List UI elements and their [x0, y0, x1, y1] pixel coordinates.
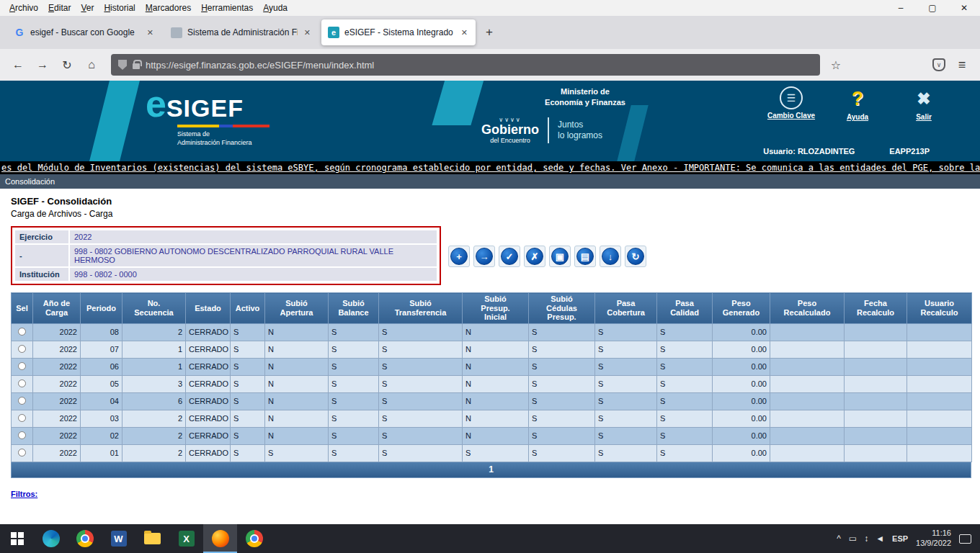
lock-icon[interactable]: [133, 63, 140, 69]
salir-button[interactable]: ✖Salir: [896, 86, 951, 121]
cell: [770, 392, 845, 410]
browser-tab[interactable]: Sistema de Administración Financie✕: [164, 19, 318, 45]
ayuda-button[interactable]: ?Ayuda: [830, 86, 885, 121]
volume-icon[interactable]: ◄: [876, 534, 884, 544]
action-center-icon[interactable]: [959, 534, 971, 544]
row-select-radio[interactable]: [18, 379, 26, 387]
back-button[interactable]: ←: [7, 54, 29, 76]
column-header: Estado: [186, 293, 231, 324]
download-button[interactable]: ↓: [600, 246, 621, 267]
excel-icon: X: [179, 531, 195, 547]
cell: 2: [122, 410, 186, 427]
bookmark-star-icon[interactable]: ☆: [826, 55, 846, 75]
row-select-radio[interactable]: [18, 431, 26, 439]
taskbar-explorer-button[interactable]: [135, 524, 169, 553]
cell: N: [463, 341, 529, 358]
app-menu-icon[interactable]: ≡: [951, 54, 973, 76]
taskbar-edge-button[interactable]: [34, 524, 68, 553]
cell: 04: [81, 392, 122, 410]
transfer-button[interactable]: →: [473, 246, 495, 267]
cambio-clave-button[interactable]: ☰Cambio Clave: [764, 86, 819, 121]
cell: S: [329, 444, 379, 462]
cell: 2022: [33, 323, 81, 341]
minimize-button[interactable]: –: [885, 0, 917, 16]
row-select-radio[interactable]: [18, 362, 26, 370]
taskbar-excel-button[interactable]: X: [169, 524, 203, 553]
tab-close-icon[interactable]: ✕: [146, 28, 155, 37]
row-select-radio[interactable]: [18, 397, 26, 405]
cell: 2022: [33, 375, 81, 392]
reject-button[interactable]: ✗: [524, 246, 545, 267]
home-button[interactable]: ⌂: [81, 54, 102, 76]
filters-link[interactable]: Filtros:: [11, 490, 37, 498]
menu-historial[interactable]: Historial: [99, 3, 140, 13]
reload-button[interactable]: ↻: [56, 54, 78, 76]
new-tab-button[interactable]: +: [478, 22, 500, 43]
pocket-icon[interactable]: ∨: [932, 58, 945, 71]
cell: S: [595, 375, 657, 392]
cell: [907, 444, 972, 462]
menu-archivo[interactable]: Archivo: [4, 3, 43, 13]
cell: S: [595, 323, 657, 341]
param-value-institucion: 998 - 0802 - 0000: [70, 268, 437, 281]
browser-tab-active[interactable]: eeSIGEF - Sistema Integrado de Gesti✕: [321, 19, 476, 45]
param-label-institucion: Institución: [15, 268, 68, 281]
print-button[interactable]: ▤: [574, 246, 596, 267]
cell: 6: [122, 392, 186, 410]
row-select-radio[interactable]: [18, 414, 26, 422]
cell: [845, 444, 907, 462]
pagination[interactable]: 1: [11, 462, 971, 478]
tab-close-icon[interactable]: ✕: [303, 28, 312, 37]
menu-ayuda[interactable]: Ayuda: [258, 3, 293, 13]
cell: 0.00: [713, 410, 770, 427]
browser-tab[interactable]: Gesigef - Buscar con Google✕: [7, 19, 161, 45]
menu-editar[interactable]: Editar: [43, 3, 76, 13]
menu-ver[interactable]: Ver: [76, 3, 99, 13]
language-indicator[interactable]: ESP: [892, 534, 908, 543]
cell: N: [463, 358, 529, 375]
cell: N: [463, 323, 529, 341]
url-text: https://esigef.finanzas.gob.ec/eSIGEF/me…: [146, 60, 374, 71]
cell: S: [231, 427, 265, 444]
column-header: Peso Generado: [713, 293, 770, 324]
cell: 2022: [33, 444, 81, 462]
cell: [845, 341, 907, 358]
menu-bar-items: ArchivoEditarVerHistorialMarcadoresHerra…: [4, 3, 293, 13]
row-select-radio[interactable]: [18, 449, 26, 457]
menu-herramientas[interactable]: Herramientas: [196, 3, 258, 13]
row-select-radio[interactable]: [18, 328, 26, 336]
decorative-swoosh: [89, 81, 140, 161]
refresh-icon: ↻: [627, 248, 644, 265]
network-icon[interactable]: ↕: [864, 534, 868, 544]
url-bar[interactable]: https://esigef.finanzas.gob.ec/eSIGEF/me…: [111, 54, 820, 76]
ayuda-label: Ayuda: [847, 113, 868, 121]
tab-title: esigef - Buscar con Google: [30, 27, 141, 37]
forward-button[interactable]: →: [32, 54, 53, 76]
cell: N: [265, 341, 329, 358]
taskbar-word-button[interactable]: W: [102, 524, 135, 553]
taskbar-start-button[interactable]: [0, 524, 34, 553]
touch-keyboard-icon[interactable]: ▭: [849, 534, 857, 544]
tracking-shield-icon[interactable]: [118, 60, 127, 70]
maximize-button[interactable]: ▢: [917, 0, 948, 16]
menu-marcadores[interactable]: Marcadores: [141, 3, 196, 13]
decorative-swoosh: [432, 81, 489, 125]
approve-button[interactable]: ✓: [499, 246, 520, 267]
refresh-button[interactable]: ↻: [625, 246, 646, 267]
hidden-icons-caret[interactable]: ^: [837, 534, 841, 544]
clock[interactable]: 11:16 13/9/2022: [916, 529, 951, 549]
cell: S: [231, 410, 265, 427]
salir-label: Salir: [916, 113, 932, 121]
taskbar-firefox-button[interactable]: [203, 524, 237, 553]
cell: [770, 375, 845, 392]
tab-title: eSIGEF - Sistema Integrado de Gesti: [344, 27, 455, 37]
copy-button[interactable]: ▣: [549, 246, 571, 267]
cell: [907, 323, 972, 341]
close-button[interactable]: ✕: [948, 0, 980, 16]
column-header: Subió Cédulas Presup.: [529, 293, 595, 324]
tab-close-icon[interactable]: ✕: [460, 28, 469, 37]
new-record-button[interactable]: +: [448, 246, 470, 267]
taskbar-chrome-button[interactable]: [68, 524, 102, 553]
taskbar-chrome-2-button[interactable]: [237, 524, 271, 553]
row-select-radio[interactable]: [18, 345, 26, 353]
